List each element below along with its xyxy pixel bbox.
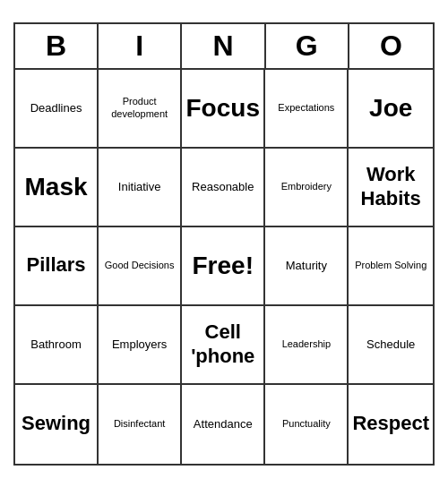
bingo-cell: Embroidery [265, 149, 349, 227]
cell-text: Free! [193, 251, 254, 281]
cell-text: Initiative [118, 180, 161, 194]
cell-text: Product development [102, 96, 177, 119]
header-letter: G [266, 24, 349, 68]
bingo-cell: Focus [182, 70, 265, 149]
bingo-card: BINGO DeadlinesProduct developmentFocusE… [13, 22, 435, 466]
cell-text: Reasonable [192, 180, 254, 194]
cell-text: Leadership [282, 338, 331, 350]
bingo-cell: Expectations [265, 70, 349, 149]
cell-text: Work Habits [352, 163, 429, 210]
bingo-cell: Problem Solving [349, 227, 433, 306]
cell-text: Expectations [278, 102, 334, 114]
cell-text: Schedule [366, 337, 415, 352]
bingo-cell: Mask [15, 149, 99, 227]
bingo-cell: Attendance [182, 385, 265, 464]
cell-text: Respect [352, 412, 429, 435]
header-letter: B [15, 24, 99, 68]
cell-text: Problem Solving [355, 260, 426, 271]
header-letter: I [99, 24, 182, 68]
bingo-cell: Disinfectant [99, 385, 182, 464]
cell-text: Employers [112, 337, 167, 352]
cell-text: Attendance [194, 417, 253, 431]
bingo-cell: Deadlines [15, 70, 99, 149]
bingo-cell: Maturity [265, 227, 349, 306]
header-letter: N [182, 24, 265, 68]
cell-text: Sewing [22, 412, 90, 435]
cell-text: Good Decisions [105, 260, 175, 271]
bingo-grid: DeadlinesProduct developmentFocusExpecta… [15, 70, 433, 464]
bingo-cell: Reasonable [182, 149, 265, 227]
cell-text: Disinfectant [114, 418, 165, 430]
bingo-cell: Punctuality [265, 385, 349, 464]
cell-text: Deadlines [30, 101, 82, 115]
bingo-cell: Employers [99, 306, 182, 385]
bingo-cell: Initiative [99, 149, 182, 227]
bingo-cell: Sewing [15, 385, 99, 464]
cell-text: Maturity [286, 259, 327, 273]
cell-text: Punctuality [282, 418, 331, 430]
bingo-cell: Work Habits [349, 149, 433, 227]
bingo-cell: Product development [99, 70, 182, 149]
cell-text: Mask [25, 172, 88, 202]
bingo-cell: Cell 'phone [182, 306, 265, 385]
bingo-cell: Bathroom [15, 306, 99, 385]
bingo-cell: Respect [349, 385, 433, 464]
cell-text: Focus [186, 93, 260, 124]
bingo-cell: Pillars [15, 227, 99, 306]
bingo-cell: Schedule [349, 306, 433, 385]
bingo-header: BINGO [15, 24, 433, 70]
cell-text: Pillars [27, 253, 86, 277]
cell-text: Bathroom [30, 337, 81, 352]
header-letter: O [349, 24, 433, 68]
bingo-cell: Joe [349, 70, 433, 149]
cell-text: Cell 'phone [185, 320, 260, 368]
bingo-cell: Good Decisions [99, 227, 182, 306]
bingo-cell: Free! [182, 227, 265, 306]
cell-text: Joe [369, 93, 412, 124]
cell-text: Embroidery [281, 181, 332, 192]
bingo-cell: Leadership [265, 306, 349, 385]
